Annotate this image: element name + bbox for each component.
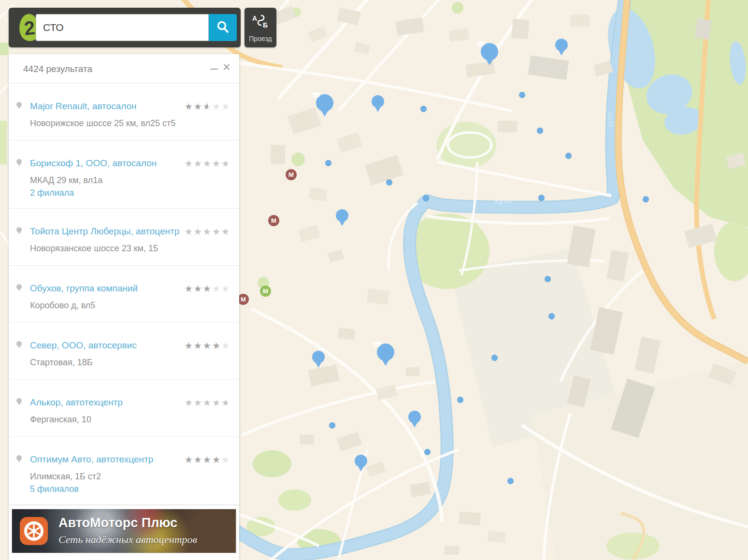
ad-title: АвтоМоторс Плюс — [58, 516, 177, 531]
result-address: Стартовая, 18Б — [30, 358, 228, 368]
map-dot[interactable] — [538, 195, 545, 201]
svg-text:Б: Б — [263, 21, 268, 29]
map-pin-premium[interactable] — [377, 344, 394, 361]
map-pin[interactable] — [355, 455, 367, 467]
ad-banner[interactable]: АвтоМоторс Плюс Сеть надёжных автоцентро… — [12, 509, 236, 553]
metro-icon[interactable]: М — [286, 169, 297, 180]
star-icon: ★ — [194, 340, 203, 351]
result-branches-link[interactable]: 5 филиалов — [30, 484, 79, 494]
ad-banner-area: АвтоМоторс Плюс Сеть надёжных автоцентро… — [9, 505, 239, 553]
star-icon: ★ — [185, 226, 194, 237]
route-button-label: Проезд — [245, 35, 276, 43]
results-count: 4424 результата — [23, 64, 92, 74]
list-pin-icon — [16, 455, 22, 460]
map-dot[interactable] — [519, 92, 525, 98]
map-pin[interactable] — [372, 95, 384, 108]
result-item: Борисхоф 1, ООО, автосалонМКАД 29 км, вл… — [9, 141, 239, 209]
list-pin-icon — [16, 398, 22, 403]
star-icon: ★ — [194, 226, 203, 237]
search-input[interactable] — [36, 14, 209, 41]
result-title-link[interactable]: Оптимум Авто, автотехцентр — [30, 454, 153, 465]
map-dot[interactable] — [537, 128, 543, 134]
map-dot[interactable] — [548, 313, 555, 319]
result-rating: ★★★★★ — [185, 340, 230, 351]
result-title-link[interactable]: Север, ООО, автосервис — [30, 340, 137, 351]
result-item: Major Renault, автосалонНоворижское шосс… — [9, 84, 239, 141]
map-dot[interactable] — [457, 397, 463, 403]
result-rating: ★★★★★ — [185, 397, 230, 408]
result-rating: ★★★★★ — [185, 226, 230, 237]
result-item: Алькор, автотехцентрФерганская, 10★★★★★ — [9, 380, 239, 437]
star-icon: ★ — [221, 397, 230, 408]
result-item: Тойота Центр Люберцы, автоцентрНоворязан… — [9, 209, 239, 266]
results-header: 4424 результата × — [9, 54, 239, 84]
star-icon: ★ — [194, 158, 203, 169]
metro-icon[interactable]: М — [268, 215, 279, 226]
result-address: Ферганская, 10 — [30, 415, 228, 425]
star-icon: ★ — [185, 101, 194, 112]
map-dot[interactable] — [565, 153, 572, 159]
star-icon: ★ — [185, 158, 194, 169]
list-pin-icon — [16, 102, 22, 107]
star-icon: ★ — [221, 158, 230, 169]
star-icon: ★ — [194, 454, 203, 465]
star-icon: ★ — [203, 226, 212, 237]
star-icon: ★ — [203, 101, 212, 112]
map-dot[interactable] — [491, 355, 498, 361]
map-dot[interactable] — [386, 179, 392, 186]
result-address: Новорязанское шоссе 23 км, 15 — [30, 244, 228, 254]
list-pin-icon — [16, 227, 22, 232]
ad-subtitle: Сеть надёжных автоцентров — [58, 533, 197, 546]
result-address: МКАД 29 км, вл1а — [30, 175, 228, 186]
map-dot[interactable] — [325, 160, 331, 166]
metro-icon[interactable]: М — [260, 286, 271, 297]
star-icon: ★ — [221, 226, 230, 237]
star-icon: ★ — [212, 158, 221, 169]
result-branches-link[interactable]: 2 филиала — [30, 188, 74, 198]
star-icon: ★ — [221, 340, 230, 351]
list-pin-icon — [16, 341, 22, 346]
result-address: Новорижское шоссе 25 км, вл25 ст5 — [30, 118, 228, 129]
map-dot[interactable] — [507, 478, 514, 484]
metro-icon[interactable]: М — [238, 294, 249, 305]
map-dot[interactable] — [424, 449, 431, 455]
ad-wheel-icon — [20, 517, 48, 545]
close-icon[interactable]: × — [223, 61, 233, 73]
map-dot[interactable] — [423, 195, 429, 201]
result-rating: ★★★★★ — [185, 454, 230, 465]
list-pin-icon — [16, 159, 22, 164]
star-icon: ★ — [185, 283, 194, 294]
search-bar: 2 — [9, 8, 241, 47]
result-rating: ★★★★★ — [185, 101, 230, 112]
result-title-link[interactable]: Борисхоф 1, ООО, автосалон — [30, 158, 157, 169]
svg-text:А: А — [252, 14, 257, 22]
search-icon — [216, 20, 230, 34]
star-icon: ★ — [212, 454, 221, 465]
map-dot[interactable] — [329, 422, 335, 429]
map-pin[interactable] — [408, 411, 421, 423]
result-item: Север, ООО, автосервисСтартовая, 18Б★★★★… — [9, 323, 239, 380]
minimize-icon[interactable] — [210, 65, 218, 72]
result-title-link[interactable]: Major Renault, автосалон — [30, 101, 137, 112]
star-icon: ★ — [194, 397, 203, 408]
map-pin[interactable] — [555, 39, 568, 51]
star-icon: ★ — [203, 397, 212, 408]
map-dot[interactable] — [420, 106, 427, 112]
result-rating: ★★★★★ — [185, 283, 230, 294]
star-icon: ★ — [221, 283, 230, 294]
star-icon: ★ — [212, 226, 221, 237]
result-title-link[interactable]: Алькор, автотехцентр — [30, 397, 123, 408]
route-button[interactable]: А Б Проезд — [245, 8, 276, 47]
star-icon: ★ — [194, 283, 203, 294]
search-button[interactable] — [209, 14, 237, 41]
result-title-link[interactable]: Обухов, группа компаний — [30, 283, 138, 294]
map-dot[interactable] — [643, 196, 649, 202]
map-pin-premium[interactable] — [316, 94, 333, 112]
results-panel: 4424 результата × Major Renault, автосал… — [9, 54, 239, 560]
map-pin[interactable] — [336, 209, 348, 222]
result-title-link[interactable]: Тойота Центр Люберцы, автоцентр — [30, 226, 179, 237]
map-dot[interactable] — [545, 276, 551, 282]
map-pin[interactable] — [312, 351, 325, 363]
map-pin-premium[interactable] — [481, 43, 498, 60]
result-item: Оптимум Авто, автотехцентрИлимская, 1Б с… — [9, 437, 239, 505]
